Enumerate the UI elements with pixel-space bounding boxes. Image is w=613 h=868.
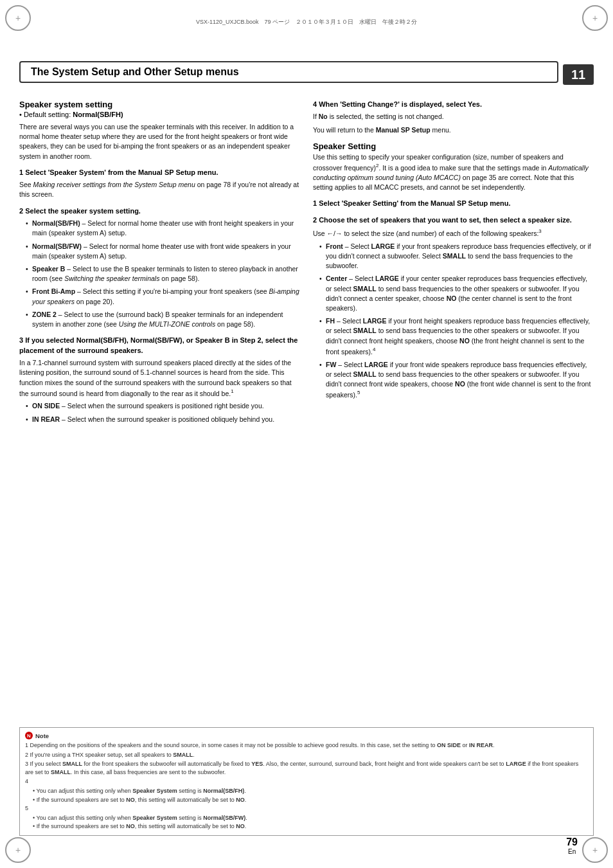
title-bar: The System Setup and Other Setup menus <box>19 61 558 83</box>
bullet-center: Center – Select LARGE if your center spe… <box>319 274 594 313</box>
step1-text: See Making receiver settings from the Sy… <box>19 180 300 199</box>
corner-decoration-bl <box>5 837 31 863</box>
step3-heading: 3 If you selected Normal(SB/FH), Normal(… <box>19 336 300 356</box>
right-column: 4 When 'Setting Change?' is displayed, s… <box>313 93 594 810</box>
note-item-4-sub2: • If the surround speakers are set to NO… <box>25 796 588 804</box>
bullet-fh: FH – Select LARGE if your front height s… <box>319 316 594 356</box>
page-title: The System Setup and Other Setup menus <box>31 66 239 78</box>
section2-bullets: Front – Select LARGE if your front speak… <box>319 242 594 400</box>
corner-decoration-tl <box>5 5 31 31</box>
note-title: N Note <box>25 732 588 739</box>
note-item-4-sub1: • You can adjust this setting only when … <box>25 787 588 795</box>
page-footer: 79 En <box>566 836 578 855</box>
section1-intro: There are several ways you can use the s… <box>19 122 300 161</box>
step1-heading: 1 Select 'Speaker System' from the Manua… <box>19 168 300 177</box>
step4-text2: You will return to the Manual SP Setup m… <box>313 125 594 135</box>
step3-bullets: ON SIDE – Select when the surround speak… <box>26 401 300 424</box>
bullet-zone2: ZONE 2 – Select to use the (surround bac… <box>26 310 300 329</box>
step3-text: In a 7.1-channel surround system with su… <box>19 358 300 398</box>
step4-heading: 4 When 'Setting Change?' is displayed, s… <box>313 100 594 109</box>
chapter-badge: 11 <box>563 64 594 85</box>
note-item-5-sub1: • You can adjust this setting only when … <box>25 814 588 822</box>
note-item-5-sub2: • If the surround speakers are set to NO… <box>25 822 588 831</box>
section1-subtitle: • Default setting: Normal(SB/FH) <box>19 111 300 118</box>
bullet-normal-sbfw: Normal(SB/FW) – Select for normal home t… <box>26 242 300 261</box>
bullet-front-bi-amp: Front Bi-Amp – Select this setting if yo… <box>26 287 300 306</box>
section2-title: Speaker Setting <box>313 141 594 151</box>
page-number-bottom: 79 <box>566 836 578 848</box>
bullet-normal-sbfh: Normal(SB/FH) – Select for normal home t… <box>26 219 300 238</box>
note-item-3: 3 If you select SMALL for the front spea… <box>25 760 588 776</box>
section1-title: Speaker system setting <box>19 100 300 109</box>
bullet-in-rear: IN REAR – Select when the surround speak… <box>26 415 300 424</box>
step4-text1: If No is selected, the setting is not ch… <box>313 112 594 122</box>
note-item-5: 5 <box>25 804 588 813</box>
step2-heading: 2 Select the speaker system setting. <box>19 206 300 216</box>
note-item-4: 4 <box>25 777 588 786</box>
section2-step2-heading: 2 Choose the set of speakers that you wa… <box>313 215 594 225</box>
section2-step2-text: Use ←/→ to select the size (and number) … <box>313 228 594 239</box>
bullet-on-side: ON SIDE – Select when the surround speak… <box>26 401 300 411</box>
note-item-2: 2 If you're using a THX speaker setup, s… <box>25 751 588 759</box>
left-column: Speaker system setting • Default setting… <box>19 93 300 810</box>
step2-bullets: Normal(SB/FH) – Select for normal home t… <box>26 219 300 329</box>
note-item-1: 1 Depending on the positions of the spea… <box>25 741 588 750</box>
corner-decoration-br <box>582 837 608 863</box>
main-content: Speaker system setting • Default setting… <box>19 93 594 810</box>
file-header: VSX-1120_UXJCB.book 79 ページ ２０１０年３月１０日 水曜… <box>35 18 578 26</box>
note-icon: N <box>25 732 33 739</box>
section2-step1-heading: 1 Select 'Speaker Setting' from the Manu… <box>313 199 594 208</box>
bullet-fw: FW – Select LARGE if your front wide spe… <box>319 360 594 400</box>
note-box: N Note 1 Depending on the positions of t… <box>19 727 594 836</box>
bullet-speaker-b: Speaker B – Select to use the B speaker … <box>26 264 300 284</box>
bullet-front: Front – Select LARGE if your front speak… <box>319 242 594 271</box>
section2-intro: Use this setting to specify your speaker… <box>313 152 594 192</box>
page-lang: En <box>568 848 576 855</box>
corner-decoration-tr <box>582 5 608 31</box>
